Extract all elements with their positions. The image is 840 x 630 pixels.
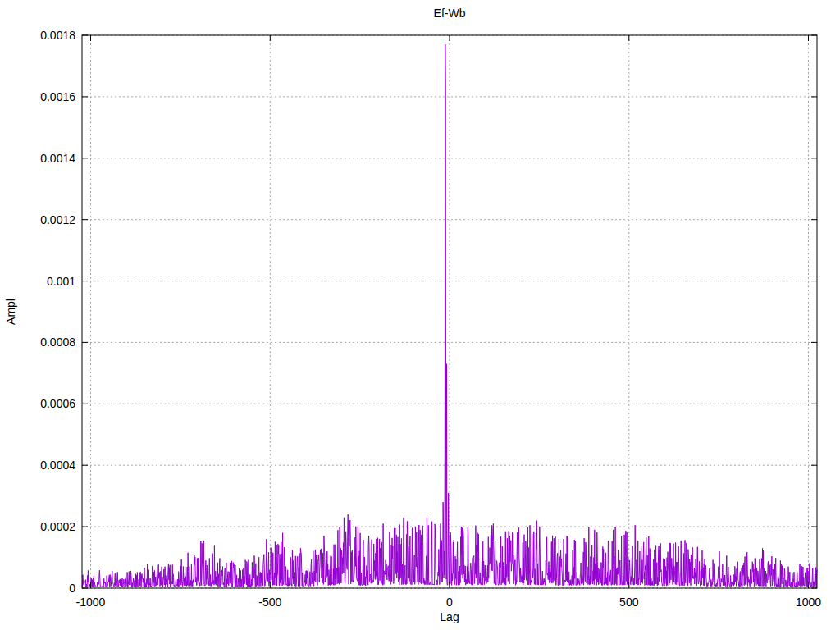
y-tick-labels: 00.00020.00040.00060.00080.0010.00120.00… bbox=[40, 29, 75, 595]
y-tick-label: 0.0002 bbox=[40, 520, 75, 533]
y-tick-label: 0.001 bbox=[47, 275, 75, 288]
correlation-plot-canvas: 00.00020.00040.00060.00080.0010.00120.00… bbox=[0, 0, 840, 630]
x-tick-label: 1000 bbox=[796, 596, 821, 609]
y-tick-label: 0 bbox=[69, 582, 75, 595]
y-tick-label: 0.0004 bbox=[40, 459, 75, 472]
x-tick-labels: -1000-50005001000 bbox=[76, 596, 822, 609]
x-tick-label: -1000 bbox=[76, 596, 106, 609]
y-tick-label: 0.0006 bbox=[40, 397, 75, 410]
y-tick-label: 0.0016 bbox=[40, 90, 75, 103]
y-tick-label: 0.0008 bbox=[40, 336, 75, 349]
y-tick-label: 0.0018 bbox=[40, 29, 75, 42]
y-tick-label: 0.0014 bbox=[40, 152, 75, 165]
x-tick-label: -500 bbox=[258, 596, 281, 609]
y-tick-label: 0.0012 bbox=[40, 213, 75, 226]
y-axis-label: Ampl bbox=[4, 299, 17, 325]
x-tick-label: 0 bbox=[446, 596, 453, 609]
grid-lines bbox=[82, 35, 817, 588]
x-axis-label: Lag bbox=[440, 610, 459, 623]
x-tick-label: 500 bbox=[619, 596, 639, 609]
correlation-chart: 00.00020.00040.00060.00080.0010.00120.00… bbox=[0, 0, 840, 630]
plot-title: Ef-Wb bbox=[434, 7, 466, 20]
